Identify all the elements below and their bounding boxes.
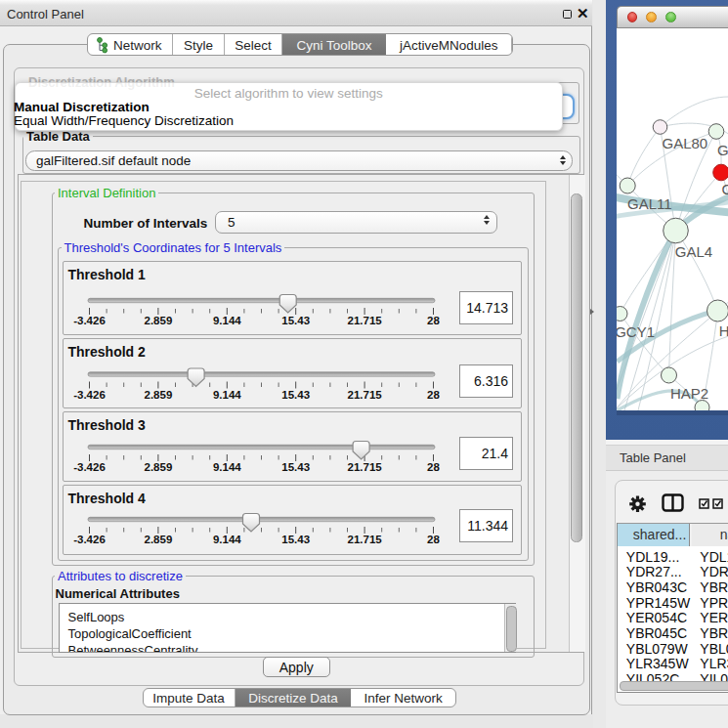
svg-text:GAL80: GAL80 xyxy=(662,135,707,151)
svg-text:GAL11: GAL11 xyxy=(627,195,672,212)
svg-text:GA: GA xyxy=(717,142,728,158)
svg-text:2.859: 2.859 xyxy=(144,315,172,326)
svg-text:15.43: 15.43 xyxy=(281,461,310,473)
svg-text:-3.426: -3.426 xyxy=(73,461,106,473)
svg-text:GCY1: GCY1 xyxy=(617,323,655,340)
svg-text:2.859: 2.859 xyxy=(144,534,172,545)
svg-text:2.859: 2.859 xyxy=(144,461,172,473)
svg-text:HAP2: HAP2 xyxy=(669,385,707,402)
svg-text:15.43: 15.43 xyxy=(281,388,310,400)
svg-text:-3.426: -3.426 xyxy=(73,388,106,400)
svg-text:28: 28 xyxy=(427,461,440,473)
svg-text:28: 28 xyxy=(427,534,440,545)
svg-text:21.715: 21.715 xyxy=(347,534,382,545)
svg-text:9.144: 9.144 xyxy=(212,315,240,326)
svg-text:21.715: 21.715 xyxy=(347,388,382,400)
svg-text:9.144: 9.144 xyxy=(212,534,240,545)
svg-text:H: H xyxy=(718,322,728,339)
svg-text:15.43: 15.43 xyxy=(281,315,310,326)
svg-text:GAL4: GAL4 xyxy=(674,243,711,260)
svg-text:9.144: 9.144 xyxy=(212,388,240,400)
svg-text:28: 28 xyxy=(427,388,440,400)
svg-text:21.715: 21.715 xyxy=(347,461,382,473)
svg-text:-3.426: -3.426 xyxy=(73,315,106,326)
svg-text:C: C xyxy=(721,181,728,197)
svg-text:-3.426: -3.426 xyxy=(73,534,106,545)
svg-text:9.144: 9.144 xyxy=(212,461,240,473)
svg-text:21.715: 21.715 xyxy=(347,315,382,326)
svg-text:28: 28 xyxy=(427,315,440,326)
svg-text:2.859: 2.859 xyxy=(144,388,172,400)
svg-text:15.43: 15.43 xyxy=(281,534,310,545)
